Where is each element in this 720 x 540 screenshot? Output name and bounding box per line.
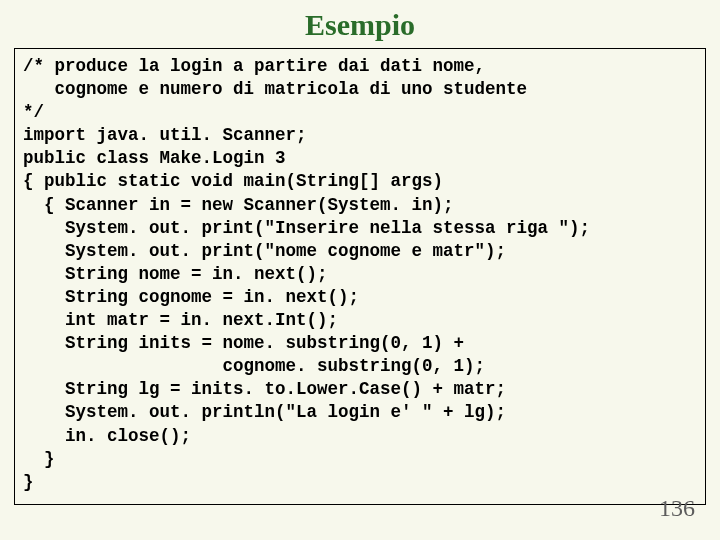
slide-title: Esempio [0, 0, 720, 48]
code-box: /* produce la login a partire dai dati n… [14, 48, 706, 505]
slide: Esempio /* produce la login a partire da… [0, 0, 720, 540]
page-number: 136 [659, 495, 695, 522]
code-block: /* produce la login a partire dai dati n… [23, 55, 697, 494]
